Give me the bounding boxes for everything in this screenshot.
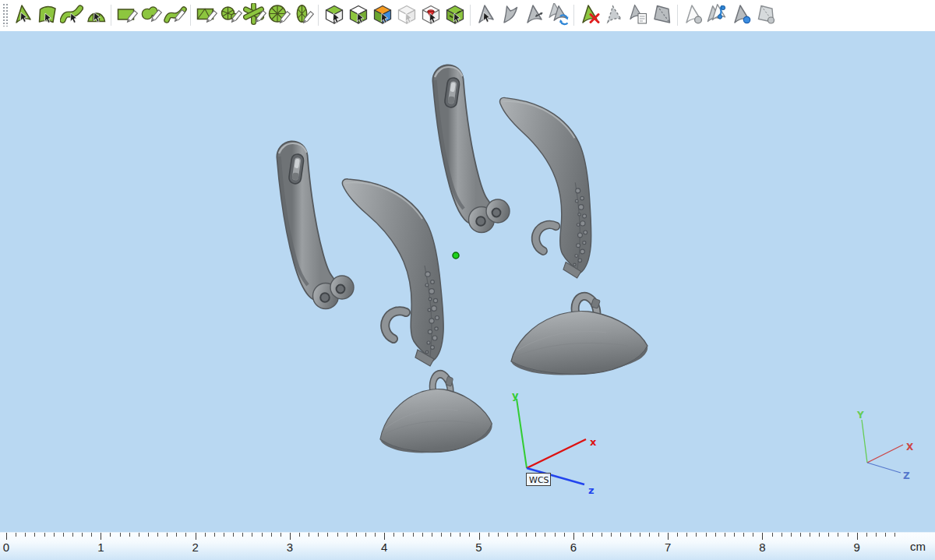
- tool-cube-section-cone-icon[interactable]: [418, 2, 443, 28]
- ruler-minor-tick: [214, 533, 215, 537]
- tool-mesh-star-icon[interactable]: [242, 2, 266, 28]
- tool-arrow-move-icon[interactable]: [522, 2, 546, 28]
- ruler-minor-tick: [205, 533, 206, 537]
- object-dome-cap[interactable]: [511, 294, 647, 375]
- object-lever-back-arm-left[interactable]: [279, 143, 354, 309]
- ruler-minor-tick: [403, 533, 404, 537]
- ruler-minor-tick: [347, 533, 348, 537]
- ruler-minor-tick: [848, 533, 849, 537]
- tool-arrows-curve-points-icon[interactable]: [705, 2, 729, 28]
- tool-mesh-pie-icon[interactable]: [266, 2, 291, 28]
- tool-arrow-point-blue-icon[interactable]: [729, 2, 753, 28]
- tool-draw-curve-icon[interactable]: [163, 2, 187, 28]
- tool-mesh-ellipse-icon[interactable]: [291, 2, 315, 28]
- origin-point-marker[interactable]: [453, 252, 459, 259]
- tool-surface-point-icon[interactable]: [753, 2, 778, 28]
- tool-cube-top-green-icon[interactable]: [322, 2, 346, 28]
- tool-select-arrow-icon[interactable]: [11, 2, 35, 28]
- tool-mesh-rectangle-icon[interactable]: [194, 2, 218, 28]
- ruler-minor-tick: [327, 533, 328, 537]
- ruler-number: 6: [570, 541, 577, 554]
- ruler-minor-tick: [129, 533, 130, 537]
- gizmo-x-label: X: [906, 442, 914, 453]
- ruler-minor-tick: [620, 533, 621, 537]
- ruler-minor-tick: [894, 533, 895, 537]
- ruler-major-tick: [857, 533, 858, 540]
- ruler-minor-tick: [413, 533, 414, 537]
- ruler-minor-tick: [602, 533, 602, 537]
- object-filigree-hook[interactable]: [342, 179, 443, 366]
- ruler-minor-tick: [772, 533, 773, 537]
- viewport-3d[interactable]: y x z WCS Y X Z: [0, 31, 935, 533]
- ruler-minor-tick: [535, 533, 536, 537]
- ruler-minor-tick: [25, 533, 26, 537]
- ruler-minor-tick: [876, 533, 877, 537]
- toolbar-grip-handle[interactable]: [2, 3, 9, 26]
- ruler-minor-tick: [611, 533, 612, 537]
- toolbar-separator: [318, 5, 319, 26]
- object-filigree-hook-right[interactable]: [494, 97, 596, 278]
- ruler-minor-tick: [299, 533, 300, 537]
- hinge-hole: [476, 217, 485, 226]
- gizmo-y-label: Y: [856, 410, 864, 421]
- object-lever-back-arm[interactable]: [435, 67, 510, 233]
- toolbar-tools: [11, 0, 778, 28]
- ruler-minor-tick: [393, 533, 394, 537]
- ruler-number: 2: [192, 541, 198, 554]
- tool-arrow-delete-icon[interactable]: [577, 2, 602, 28]
- ruler-minor-tick: [72, 533, 73, 537]
- wcs-x-label: x: [590, 436, 597, 448]
- ruler-minor-tick: [337, 533, 338, 537]
- scene-canvas[interactable]: y x z WCS Y X Z: [0, 31, 935, 533]
- ruler-minor-tick: [828, 533, 829, 537]
- ruler-minor-tick: [819, 533, 820, 537]
- ruler-minor-tick: [422, 533, 423, 537]
- tool-arrow-bend-icon[interactable]: [498, 2, 522, 28]
- ruler-number: 7: [665, 541, 671, 554]
- ruler-minor-tick: [489, 533, 489, 537]
- wcs-y-axis: [517, 399, 527, 468]
- tool-select-shell-icon[interactable]: [83, 2, 108, 28]
- ruler-minor-tick: [148, 533, 149, 537]
- tool-surface-fold-icon[interactable]: [650, 2, 674, 28]
- ruler-minor-tick: [630, 533, 631, 537]
- tool-cube-green-arrows-icon[interactable]: [443, 2, 467, 28]
- tool-arrow-gray-select-icon[interactable]: [474, 2, 498, 28]
- object-dome-cap-bottom[interactable]: [380, 372, 492, 453]
- ruler-major-tick: [6, 533, 7, 540]
- tool-arrow-point-pick-icon[interactable]: [681, 2, 705, 28]
- ruler-minor-tick: [592, 533, 593, 537]
- tool-cube-white-icon[interactable]: [394, 2, 418, 28]
- tool-mesh-blob-icon[interactable]: [218, 2, 242, 28]
- toolbar-separator: [573, 5, 574, 26]
- toolbar: [0, 0, 935, 31]
- tool-arrow-report-icon[interactable]: [626, 2, 650, 28]
- tool-draw-rectangle-icon[interactable]: [115, 2, 139, 28]
- ruler-minor-tick: [507, 533, 508, 537]
- tool-select-surface-icon[interactable]: [35, 2, 59, 28]
- tool-select-curve-icon[interactable]: [59, 2, 83, 28]
- tool-cube-faces-green-icon[interactable]: [346, 2, 370, 28]
- tool-arrow-dashed-icon[interactable]: [602, 2, 626, 28]
- tool-arrows-swap-icon[interactable]: [546, 2, 570, 28]
- tool-cube-orange-blue-icon[interactable]: [370, 2, 394, 28]
- ruler-minor-tick: [885, 533, 886, 537]
- ruler-minor-tick: [545, 533, 545, 537]
- hinge-hole: [492, 209, 501, 217]
- wcs-z-label: z: [588, 484, 595, 496]
- cad-application-window: y x z WCS Y X Z cm 0123456789: [0, 0, 935, 560]
- ruler-minor-tick: [110, 533, 111, 537]
- ruler-major-tick: [196, 533, 196, 540]
- ruler-minor-tick: [185, 533, 186, 537]
- ruler-minor-tick: [640, 533, 640, 537]
- ruler-minor-tick: [555, 533, 556, 537]
- ruler-minor-tick: [753, 533, 753, 537]
- tool-draw-blob-icon[interactable]: [139, 2, 163, 28]
- ruler-major-tick: [479, 533, 480, 540]
- ruler-minor-tick: [242, 533, 243, 537]
- view-orientation-gizmo[interactable]: Y X Z: [856, 410, 914, 481]
- ruler-minor-tick: [866, 533, 867, 537]
- ruler-minor-tick: [318, 533, 319, 537]
- ruler: cm 0123456789: [0, 532, 935, 560]
- ruler-major-tick: [668, 533, 669, 540]
